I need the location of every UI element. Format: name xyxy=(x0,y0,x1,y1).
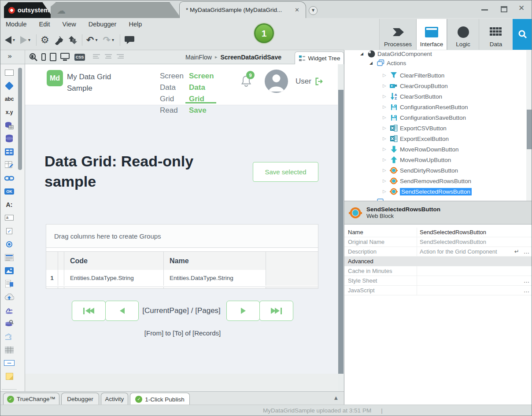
feedback-bubble-icon[interactable] xyxy=(124,36,135,45)
ellipsis-edit-icon[interactable]: … xyxy=(524,278,529,283)
caret-collapsed-icon[interactable]: ▷ xyxy=(383,158,389,162)
table-widget-icon[interactable] xyxy=(5,345,14,354)
align-left-icon[interactable] xyxy=(93,54,100,59)
canvas-scrollbar[interactable] xyxy=(338,64,344,391)
breadcrumb-screen[interactable]: ScreenDataGridSave xyxy=(220,54,281,61)
align-right-icon[interactable] xyxy=(117,54,124,59)
pagination-prev-button[interactable] xyxy=(105,301,139,321)
css-icon[interactable]: CSS xyxy=(74,54,85,61)
environment-tab[interactable]: ☁ xyxy=(51,2,181,18)
redo-icon[interactable]: ↷ xyxy=(103,36,111,45)
menu-item-screen-read[interactable]: Screen Data Grid Read xyxy=(160,64,187,116)
tab-processes[interactable]: Processes xyxy=(379,19,416,50)
close-button[interactable]: ✕ xyxy=(518,4,525,13)
query-records-widget-icon[interactable] xyxy=(5,319,14,328)
caret-collapsed-icon[interactable]: ▷ xyxy=(383,115,389,120)
expression-widget-icon[interactable]: x.y xyxy=(6,107,13,117)
breadcrumb-flow[interactable]: MainFlow xyxy=(185,54,212,61)
tablet-preview-icon[interactable] xyxy=(50,53,56,61)
user-label[interactable]: User xyxy=(296,77,311,86)
grid-row-selector[interactable] xyxy=(58,270,64,286)
tree-item-actions[interactable]: ◢ Actions xyxy=(369,58,406,68)
caret-expanded-icon[interactable]: ◢ xyxy=(369,61,376,65)
forward-dropdown-icon[interactable]: ▾ xyxy=(28,38,30,42)
outsystems-logo-tab[interactable]: outsystems xyxy=(4,2,53,18)
tab-interface[interactable]: Interface xyxy=(416,19,447,50)
caret-collapsed-icon[interactable]: ▷ xyxy=(383,136,389,141)
collapse-panel-arrow-icon[interactable]: ▲ xyxy=(334,396,338,400)
tab-activity[interactable]: Activity xyxy=(101,393,128,405)
image-widget-icon[interactable] xyxy=(5,266,14,275)
phone-preview-icon[interactable] xyxy=(41,53,46,61)
checkbox-widget-icon[interactable]: ✓ xyxy=(6,226,12,236)
avatar[interactable] xyxy=(265,70,288,93)
record-form-widget-icon[interactable] xyxy=(5,253,14,262)
if-widget-icon[interactable] xyxy=(6,81,12,90)
undo-dropdown-icon[interactable]: ▾ xyxy=(95,38,97,42)
caret-collapsed-icon[interactable]: ▷ xyxy=(383,126,389,130)
redo-dropdown-icon[interactable]: ▾ xyxy=(112,38,114,42)
edit-record-widget-icon[interactable] xyxy=(5,160,14,169)
grid-cell-code[interactable]: Entities.DataType.String xyxy=(64,270,164,286)
merge-changes-icon[interactable] xyxy=(67,35,78,45)
property-row-javascript[interactable]: JavaScript … xyxy=(344,286,532,295)
menu-help[interactable]: Help xyxy=(129,21,142,28)
tab-debugger[interactable]: Debugger xyxy=(61,393,99,405)
tree-item-sendremovedrowsbutton[interactable]: ▷ SendRemovedRowsButton xyxy=(383,176,471,186)
grid-col-name[interactable]: Name xyxy=(164,252,266,270)
form-widget-icon[interactable] xyxy=(5,147,14,156)
menu-debugger[interactable]: Debugger xyxy=(89,21,117,28)
canvas-scrollbar-thumb[interactable] xyxy=(338,90,344,374)
caret-collapsed-icon[interactable]: ▷ xyxy=(383,147,389,151)
grid-groups-dropzone[interactable]: Drag columns here to create Groups xyxy=(46,225,318,248)
tree-item-senddirtyrowsbutton[interactable]: ▷ SendDirtyRowsButton xyxy=(383,165,458,176)
ellipsis-widget-icon[interactable]: ••• xyxy=(4,358,15,368)
grid-data-row[interactable]: 1 Entities.DataType.String Entities.Data… xyxy=(46,270,318,286)
tree-item-exportexcelbutton[interactable]: ▷ ExportExcelButton xyxy=(383,133,449,144)
upload-widget-icon[interactable] xyxy=(4,292,14,302)
undo-icon[interactable]: ↶ xyxy=(86,36,94,45)
signature-widget-icon[interactable] xyxy=(5,306,14,315)
label-widget-icon[interactable]: A: xyxy=(6,200,13,209)
debug-plug-icon[interactable] xyxy=(53,35,64,45)
save-selected-button[interactable]: Save selected xyxy=(253,162,318,182)
widget-tree-button[interactable]: Widget Tree xyxy=(295,52,344,65)
expand-panel-chevrons-icon[interactable]: » xyxy=(7,53,12,60)
grid-cell-name[interactable]: Entities.DataType.String xyxy=(164,270,266,286)
toolbox-scrollbar[interactable] xyxy=(18,68,22,170)
ellipsis-edit-icon[interactable]: … xyxy=(524,249,529,254)
back-dropdown-icon[interactable]: ▾ xyxy=(13,38,15,42)
property-row-cache[interactable]: Cache in Minutes xyxy=(344,266,532,276)
list-records-widget-icon[interactable] xyxy=(5,134,13,143)
caret-collapsed-icon[interactable]: ▷ xyxy=(383,168,389,173)
caret-collapsed-icon[interactable]: ▷ xyxy=(383,179,389,183)
tree-item-exportcsvbutton[interactable]: ▷ ExportCSVButton xyxy=(383,123,447,133)
menu-edit[interactable]: Edit xyxy=(39,21,50,28)
tab-data[interactable]: Data xyxy=(479,19,513,50)
button-widget-icon[interactable]: OK xyxy=(4,187,14,196)
pagination-first-button[interactable] xyxy=(72,301,106,321)
container-widget-icon[interactable] xyxy=(5,68,14,77)
caret-collapsed-icon[interactable]: ▷ xyxy=(383,84,389,88)
caret-expanded-icon[interactable]: ◢ xyxy=(360,52,367,56)
grid-col-code[interactable]: Code xyxy=(64,252,164,270)
search-button[interactable] xyxy=(513,19,532,50)
property-section-advanced[interactable]: Advanced xyxy=(344,257,532,266)
text-widget-icon[interactable]: abc xyxy=(5,94,14,103)
module-tab-close-icon[interactable]: ✕ xyxy=(293,6,301,14)
back-button[interactable] xyxy=(5,36,11,44)
align-center-icon[interactable] xyxy=(105,54,112,59)
pagination-next-button[interactable] xyxy=(226,301,260,321)
maximize-button[interactable] xyxy=(501,6,507,12)
tree-item-clearfilterbutton[interactable]: ▷ ClearFilterButton xyxy=(383,70,444,81)
settings-gear-icon[interactable]: ⚙ xyxy=(41,35,49,45)
tab-truechange[interactable]: ✓ TrueChange™ xyxy=(3,393,59,405)
caret-collapsed-icon[interactable]: ▷ xyxy=(383,105,389,109)
data-grid-widget[interactable]: Drag columns here to create Groups Code … xyxy=(46,224,318,289)
menu-module[interactable]: Module xyxy=(6,21,27,28)
zoom-preview-icon[interactable] xyxy=(29,52,38,62)
desktop-preview-icon[interactable] xyxy=(60,53,70,61)
pagination-last-button[interactable] xyxy=(259,301,293,321)
module-tab-active[interactable]: * MyDataGridSample (MyDataGrid... ✕ xyxy=(179,1,306,18)
tree-item-moverowupbutton[interactable]: ▷ MoveRowUpButton xyxy=(383,155,451,165)
